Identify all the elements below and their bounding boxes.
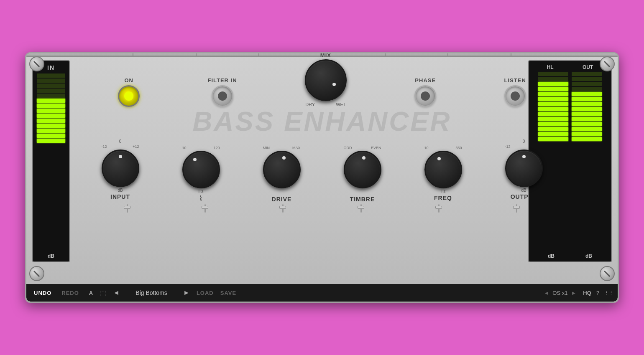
hq-button[interactable]: HQ — [583, 290, 591, 296]
os-prev-button[interactable]: ◄ — [544, 290, 549, 296]
tick-5 — [385, 53, 386, 56]
mix-knob-dot — [332, 83, 336, 86]
slider-track-4 — [360, 204, 362, 213]
drive-range-left: MIN — [263, 146, 270, 150]
slider-track-6 — [516, 204, 517, 213]
phase-button[interactable] — [414, 85, 436, 107]
filter-in-led — [218, 91, 227, 101]
filter-in-toggle-group: FILTER IN — [207, 77, 237, 107]
out-col-label: OUT — [583, 64, 593, 70]
drive-knob-label: DRIVE — [272, 196, 292, 203]
input-knob-label: INPUT — [110, 193, 130, 200]
help-button[interactable]: ? — [596, 290, 599, 296]
slider-track-3 — [282, 204, 284, 213]
slider-handle-4[interactable] — [358, 206, 364, 209]
freq-knob-label: FREQ — [434, 195, 452, 201]
tick-7 — [511, 53, 511, 56]
in-db-label: dB — [48, 253, 54, 259]
slider-track-5 — [438, 204, 440, 213]
on-led — [124, 91, 133, 101]
seg-in-11 — [37, 124, 65, 128]
load-button[interactable]: LOAD — [197, 290, 214, 296]
listen-led — [511, 91, 520, 101]
slider-track-2 — [204, 204, 206, 213]
listen-button[interactable] — [504, 85, 526, 107]
copy-icon[interactable]: ⬚ — [100, 289, 106, 297]
freq-knob[interactable] — [424, 151, 462, 188]
output-knob-dot — [522, 155, 526, 158]
on-button[interactable] — [118, 85, 140, 107]
more-options-icon[interactable]: ⋮⋮ — [604, 290, 613, 296]
freq-range-right: 350 — [455, 146, 462, 150]
seg-in-5 — [37, 94, 65, 98]
plugin-container: IN dB — [25, 52, 619, 303]
slider-handle-5[interactable] — [435, 206, 442, 209]
freq-hz-label: Hz — [440, 189, 445, 194]
listen-label: LISTEN — [504, 77, 526, 84]
input-knob-group: 0 -12 +12 dB INPUT — [102, 139, 139, 200]
filter-hz-label: Hz — [198, 189, 203, 194]
save-button[interactable]: SAVE — [220, 290, 236, 296]
output-range-left: -12 — [505, 145, 511, 149]
seg-in-13 — [37, 134, 65, 138]
slider-handle-2[interactable] — [202, 206, 208, 209]
input-range-left: -12 — [102, 145, 107, 149]
filter-freq-knob[interactable] — [182, 151, 220, 188]
seg-in-10 — [37, 119, 65, 123]
freq-range-left: 10 — [424, 146, 429, 150]
mix-label: MIX — [320, 52, 331, 58]
hl-db-label: dB — [548, 253, 555, 259]
drive-knob[interactable] — [263, 151, 301, 188]
preset-slot-a[interactable]: A — [86, 288, 97, 298]
in-meter-bars — [37, 74, 65, 251]
phase-led — [421, 91, 430, 101]
os-next-button[interactable]: ► — [571, 290, 576, 296]
tick-3 — [258, 53, 259, 56]
out-db-label: dB — [585, 253, 592, 259]
load-save-group: LOAD SAVE — [197, 290, 236, 296]
filter-range-right: 120 — [213, 146, 220, 150]
freq-knob-dot — [437, 157, 441, 160]
slider-6 — [516, 204, 517, 213]
input-knob[interactable] — [102, 150, 139, 187]
mix-knob[interactable] — [305, 59, 347, 101]
input-0-marker: 0 — [119, 139, 122, 144]
slider-1 — [127, 204, 128, 213]
plugin-title: BASS ENHANCER — [76, 107, 568, 136]
timbre-knob[interactable] — [344, 151, 381, 188]
listen-toggle-group: LISTEN — [504, 77, 526, 107]
timbre-knob-group: ODD EVEN TIMBRE — [344, 139, 381, 203]
filter-range-left: 10 — [182, 146, 187, 150]
drive-knob-dot — [282, 156, 286, 160]
input-vu-meter: IN dB — [32, 60, 70, 262]
input-knob-wrapper — [102, 150, 139, 187]
seg-in-1 — [37, 74, 65, 78]
phase-label: PHASE — [415, 77, 436, 84]
filter-in-button[interactable] — [212, 85, 233, 107]
output-knob[interactable] — [505, 150, 543, 187]
sliders-row — [76, 203, 568, 215]
seg-in-14 — [37, 139, 65, 143]
hl-meter — [538, 72, 568, 251]
slider-handle-1[interactable] — [124, 206, 130, 209]
phase-toggle-group: PHASE — [414, 77, 436, 107]
slider-2 — [204, 204, 206, 213]
slider-handle-3[interactable] — [279, 206, 286, 209]
seg-in-3 — [37, 84, 65, 88]
filter-knob-dot — [193, 158, 197, 161]
tick-6 — [447, 53, 448, 56]
preset-prev-button[interactable]: ◄ — [110, 288, 123, 297]
tick-1 — [133, 53, 133, 56]
preset-next-button[interactable]: ► — [180, 288, 193, 297]
timbre-range-right: EVEN — [371, 146, 381, 150]
redo-button[interactable]: REDO — [58, 288, 82, 298]
on-label: ON — [124, 77, 133, 84]
slider-handle-6[interactable] — [513, 206, 520, 209]
seg-in-12 — [37, 129, 65, 133]
slider-4 — [360, 204, 362, 213]
output-0-marker: 0 — [523, 139, 525, 144]
seg-in-4 — [37, 89, 65, 93]
os-controls: ◄ OS x1 ► — [544, 290, 576, 296]
hl-col-label: HL — [547, 64, 554, 70]
undo-button[interactable]: UNDO — [31, 288, 55, 298]
